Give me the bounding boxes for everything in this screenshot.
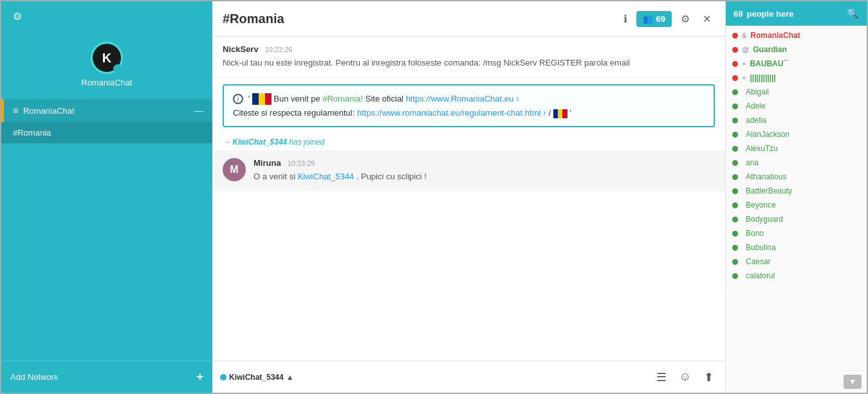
network-item-romaniachat[interactable]: ≡ RomaniaChat — <box>1 99 212 122</box>
network-collapse-icon[interactable]: — <box>194 105 203 116</box>
user-entry-ana[interactable]: ana <box>726 156 867 170</box>
user-search-button[interactable]: 🔍 <box>847 8 859 19</box>
user-name-guardian: Guardian <box>753 45 787 54</box>
user-dot-guardian <box>732 47 738 53</box>
user-entry-adele[interactable]: Adele <box>726 99 867 113</box>
notice-quote-close: ' <box>569 108 571 118</box>
people-count-button[interactable]: 👥 69 <box>636 11 672 27</box>
user-dot-bono <box>732 231 738 237</box>
user-entry-guardian[interactable]: @ Guardian <box>726 42 867 57</box>
username: RomaniaChat <box>81 78 133 87</box>
user-dot-ana <box>732 160 738 166</box>
miruna-text-before: O a venit si <box>254 172 295 181</box>
emoji-button[interactable]: ☺ <box>676 368 695 386</box>
user-entry-abigail[interactable]: Abigail <box>726 85 867 99</box>
user-entry-alanjackson[interactable]: AlanJackson <box>726 127 867 141</box>
user-dot-adella <box>732 118 738 123</box>
people-here-label: people here <box>746 9 793 19</box>
message-group-miruna: M Miruna 10:23:29 O a venit si KiwiChat_… <box>212 150 725 192</box>
nick-indicator: KiwiChat_5344 ▲ <box>220 373 294 382</box>
add-network-button[interactable]: Add Network + <box>1 361 212 393</box>
arrow-right2-icon: › <box>543 107 549 118</box>
user-name-baubau: BAUBAU`` <box>750 59 788 68</box>
network-icon: ≡ <box>13 105 18 116</box>
chat-input-bar: KiwiChat_5344 ▲ ☰ ☺ ⬆ <box>212 361 725 393</box>
user-entry-alexutzu[interactable]: AlexuTzu <box>726 141 867 156</box>
user-entry-bono[interactable]: Bono <box>726 226 867 240</box>
settings-icon-button[interactable]: ⚙ <box>677 10 694 28</box>
user-name-alanjackson: AlanJackson <box>746 130 790 139</box>
chat-header: #Romania ℹ 👥 69 ⚙ ✕ <box>212 1 725 37</box>
user-dot-abigail <box>732 89 738 95</box>
user-name-bars: |||||||||||| <box>750 73 775 82</box>
user-name-bubulina: Bubulina <box>746 243 776 252</box>
user-dot-athanatious <box>732 174 738 180</box>
flag-red <box>265 93 272 105</box>
network-row-wrapper: ≡ RomaniaChat — <box>1 99 212 122</box>
user-entry-bodyguard[interactable]: Bodyguard <box>726 212 867 226</box>
avatar-badge <box>113 64 122 73</box>
chat-messages[interactable]: NickServ 10:23:26 Nick-ul tau nu este in… <box>212 37 725 361</box>
user-list-scroll[interactable]: & RomaniaChat @ Guardian + BAUBAU`` + ||… <box>726 26 867 370</box>
message-text-nickserv: Nick-ul tau nu este inregistrat. Pentru … <box>223 57 715 69</box>
miruna-avatar: M <box>223 158 246 181</box>
avatar: K <box>91 42 123 74</box>
info-icon-button[interactable]: ℹ <box>620 10 631 28</box>
header-icons: ℹ 👥 69 ⚙ ✕ <box>620 10 715 28</box>
add-network-label: Add Network <box>10 372 58 382</box>
user-entry-athanatious[interactable]: Athanatious <box>726 170 867 184</box>
user-dot-baubau <box>732 61 738 67</box>
user-entry-battlerbeauty[interactable]: BattlerBeauty <box>726 184 867 198</box>
miruna-text: O a venit si KiwiChat_5344 . Pupici cu s… <box>254 170 427 183</box>
user-name-caesar: Caesar <box>746 257 771 266</box>
join-text: has joined <box>289 138 324 147</box>
user-name-abigail: Abigail <box>746 87 769 96</box>
flag-small-blue <box>553 109 558 118</box>
user-prefix-romaniachat: & <box>742 31 746 39</box>
channel-item-romania[interactable]: #Romania <box>1 122 212 143</box>
settings-icon[interactable]: ⚙ <box>10 8 24 25</box>
app-container: ⚙ K RomaniaChat ≡ RomaniaChat — <box>0 0 868 394</box>
user-dot-battlerbeauty <box>732 188 738 194</box>
user-name-ana: ana <box>746 158 759 167</box>
rules-url-link[interactable]: https://www.romaniachat.eu/regulament-ch… <box>357 108 540 118</box>
network-name: RomaniaChat <box>23 106 194 116</box>
miruna-mention-link[interactable]: KiwiChat_5344 <box>298 172 354 181</box>
scroll-bottom-area: ▼ <box>726 370 867 393</box>
user-name-bodyguard: Bodyguard <box>746 215 783 224</box>
hamburger-menu-button[interactable]: ☰ <box>652 368 670 387</box>
channel-title: #Romania <box>223 12 620 26</box>
site-url-link[interactable]: https://www.RomaniaChat.eu <box>406 94 514 103</box>
message-header-nickserv: NickServ 10:23:26 <box>223 44 715 54</box>
scroll-bottom-button[interactable]: ▼ <box>844 375 862 389</box>
user-entry-adella[interactable]: adella <box>726 113 867 127</box>
user-entry-beyonce[interactable]: Beyonce <box>726 198 867 212</box>
miruna-message-content: Miruna 10:23:29 O a venit si KiwiChat_53… <box>254 158 427 183</box>
upload-button[interactable]: ⬆ <box>700 368 717 387</box>
close-icon-button[interactable]: ✕ <box>699 10 715 28</box>
user-entry-baubau[interactable]: + BAUBAU`` <box>726 57 867 71</box>
user-dot-romaniachat <box>732 33 738 39</box>
user-entry-bubulina[interactable]: Bubulina <box>726 240 867 255</box>
arrow-join: → <box>223 138 232 147</box>
user-prefix-guardian: @ <box>742 46 749 53</box>
user-entry-romaniachat[interactable]: & RomaniaChat <box>726 28 867 42</box>
user-name-adele: Adele <box>746 102 766 111</box>
user-entry-caesar[interactable]: Caesar <box>726 255 867 269</box>
user-entry-calatorul[interactable]: calatorul <box>726 269 867 283</box>
user-name-battlerbeauty: BattlerBeauty <box>746 186 792 195</box>
user-dot-bodyguard <box>732 217 738 222</box>
user-section: K RomaniaChat <box>1 31 212 94</box>
channel-link[interactable]: #Romania! <box>322 94 363 103</box>
message-group-nickserv: NickServ 10:23:26 Nick-ul tau nu este in… <box>212 37 725 78</box>
sidebar: ⚙ K RomaniaChat ≡ RomaniaChat — <box>1 1 212 393</box>
user-name-alexutzu: AlexuTzu <box>746 144 778 153</box>
people-icon: 👥 <box>643 14 653 24</box>
user-entry-bars[interactable]: + |||||||||||| <box>726 71 867 85</box>
user-dot-alanjackson <box>732 132 738 138</box>
message-time-nickserv: 10:23:26 <box>265 46 293 53</box>
nick-chevron-icon[interactable]: ▲ <box>286 373 294 382</box>
people-count: 69 <box>656 14 665 24</box>
miruna-text-after: . Pupici cu sclipici ! <box>356 172 427 181</box>
miruna-sender: Miruna <box>254 158 281 168</box>
